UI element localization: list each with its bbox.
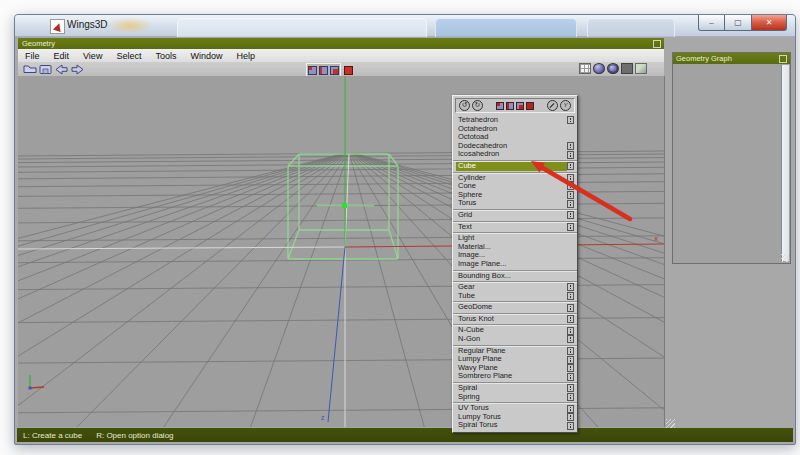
viewport-resize-grip[interactable] xyxy=(666,419,675,428)
smooth-shading-icon[interactable] xyxy=(593,63,605,74)
option-box-icon[interactable] xyxy=(567,422,574,430)
option-box-icon[interactable] xyxy=(567,335,574,343)
menu-item-spring[interactable]: Spring xyxy=(453,393,577,402)
geometry-graph-title: Geometry Graph xyxy=(673,54,732,63)
option-box-icon[interactable] xyxy=(567,162,574,170)
option-box-icon[interactable] xyxy=(567,384,574,392)
option-box-icon[interactable] xyxy=(567,211,574,219)
primitives-popup-menu: ↺ ↻ Y TetrahedronOctahedronOctotoadDodec… xyxy=(452,95,578,433)
menu-item-label: Text xyxy=(456,223,567,232)
option-box-icon[interactable] xyxy=(567,116,574,124)
minimize-button[interactable]: – xyxy=(698,15,725,31)
menu-item-label: Tube xyxy=(456,292,567,301)
menu-item-tube[interactable]: Tube xyxy=(453,292,577,301)
status-left: L: Create a cube xyxy=(17,431,82,440)
menu-item-label: Image Plane... xyxy=(456,260,574,269)
menu-help[interactable]: Help xyxy=(229,51,262,61)
vertex-mode-icon[interactable] xyxy=(308,66,317,75)
menu-item-text[interactable]: Text xyxy=(453,223,577,232)
geometry-rollup-icon[interactable] xyxy=(653,40,661,48)
body-mode-icon[interactable] xyxy=(344,66,353,75)
background-tab xyxy=(587,18,675,37)
geometry-window-titlebar[interactable]: Geometry xyxy=(18,38,664,49)
option-box-icon[interactable] xyxy=(567,347,574,355)
save-icon[interactable] xyxy=(40,66,51,74)
open-file-icon[interactable] xyxy=(24,66,36,73)
menu-item-grid[interactable]: Grid xyxy=(453,211,577,220)
maximize-button[interactable]: ▢ xyxy=(725,15,752,31)
option-box-icon[interactable] xyxy=(567,174,574,182)
edge-mode-icon[interactable] xyxy=(506,102,514,110)
option-box-icon[interactable] xyxy=(567,327,574,335)
option-box-icon[interactable] xyxy=(567,413,574,421)
face-mode-icon[interactable] xyxy=(516,102,524,110)
geometry-graph-toggle-icon[interactable] xyxy=(579,63,591,74)
option-box-icon[interactable] xyxy=(567,151,574,159)
window-titlebar[interactable]: Wings3D – ▢ ✕ xyxy=(15,15,795,37)
menu-view[interactable]: View xyxy=(76,51,109,61)
menu-item-sombrero-plane[interactable]: Sombrero Plane xyxy=(453,372,577,381)
magnet-icon[interactable]: Y xyxy=(560,100,571,111)
menu-item-icosahedron[interactable]: Icosahedron xyxy=(453,150,577,159)
option-box-icon[interactable] xyxy=(567,356,574,364)
option-box-icon[interactable] xyxy=(567,373,574,381)
menu-item-label: Torus Knot xyxy=(456,315,567,324)
menu-item-label: Bounding Box... xyxy=(456,272,574,281)
magnet-off-icon[interactable] xyxy=(547,100,558,111)
menu-item-image-plane[interactable]: Image Plane... xyxy=(453,260,577,269)
menu-item-n-gon[interactable]: N-Gon xyxy=(453,335,577,344)
option-box-icon[interactable] xyxy=(567,191,574,199)
option-box-icon[interactable] xyxy=(567,223,574,231)
face-mode-icon[interactable] xyxy=(330,66,339,75)
geometry-graph-close-icon[interactable] xyxy=(779,55,787,63)
z-axis xyxy=(328,247,345,422)
menu-item-label: Cube xyxy=(456,162,567,171)
mini-axis-icon xyxy=(26,374,46,392)
menu-item-cube[interactable]: Cube xyxy=(453,162,577,171)
geometry-graph-scrollbar[interactable] xyxy=(781,65,789,261)
background-tab xyxy=(177,18,427,37)
undo-icon[interactable] xyxy=(56,65,67,74)
option-box-icon[interactable] xyxy=(567,405,574,413)
history-icon[interactable]: ↻ xyxy=(472,100,483,111)
body-mode-icon[interactable] xyxy=(526,102,534,110)
z-axis-label: z xyxy=(321,414,325,421)
menu-item-torus[interactable]: Torus xyxy=(453,199,577,208)
option-box-icon[interactable] xyxy=(567,292,574,300)
menu-item-label: N-Gon xyxy=(456,335,567,344)
option-box-icon[interactable] xyxy=(567,200,574,208)
geometry-graph-titlebar[interactable]: Geometry Graph xyxy=(673,53,790,64)
edge-mode-icon[interactable] xyxy=(319,66,328,75)
menu-item-spiral-torus[interactable]: Spiral Torus xyxy=(453,421,577,430)
menu-item-geodome[interactable]: GeoDome xyxy=(453,303,577,312)
option-box-icon[interactable] xyxy=(567,283,574,291)
option-box-icon[interactable] xyxy=(567,304,574,312)
menu-select[interactable]: Select xyxy=(109,51,148,61)
menu-tools[interactable]: Tools xyxy=(148,51,183,61)
menu-item-bounding-box[interactable]: Bounding Box... xyxy=(453,272,577,281)
wireframe-toggle-icon[interactable] xyxy=(621,63,633,74)
vertex-mode-icon[interactable] xyxy=(496,102,504,110)
repeat-icon[interactable]: ↺ xyxy=(459,100,470,111)
option-box-icon[interactable] xyxy=(567,393,574,401)
selection-mode-frame xyxy=(306,63,341,77)
option-box-icon[interactable] xyxy=(567,315,574,323)
option-box-icon[interactable] xyxy=(567,142,574,150)
geometry-graph-resize-grip[interactable] xyxy=(781,254,789,262)
option-box-icon[interactable] xyxy=(567,182,574,190)
menu-file[interactable]: File xyxy=(18,51,47,61)
flat-shading-icon[interactable] xyxy=(607,63,619,74)
redo-icon[interactable] xyxy=(72,65,83,74)
menu-item-label: Spiral Torus xyxy=(456,421,567,430)
menu-edit[interactable]: Edit xyxy=(47,51,77,61)
popup-menu-items: TetrahedronOctahedronOctotoadDodecahedro… xyxy=(453,115,577,432)
wings3d-logo-icon xyxy=(50,19,65,34)
geometry-window-title: Geometry xyxy=(18,39,55,48)
menu-item-label: Grid xyxy=(456,211,567,220)
menu-window[interactable]: Window xyxy=(183,51,229,61)
option-box-icon[interactable] xyxy=(567,364,574,372)
menu-item-torus-knot[interactable]: Torus Knot xyxy=(453,315,577,324)
image-view-icon[interactable] xyxy=(635,63,647,74)
close-button[interactable]: ✕ xyxy=(752,15,787,31)
window-controls: – ▢ ✕ xyxy=(698,15,787,31)
